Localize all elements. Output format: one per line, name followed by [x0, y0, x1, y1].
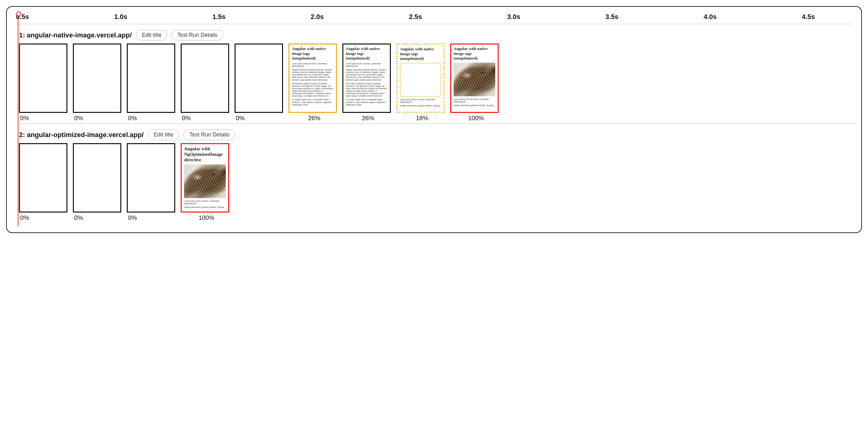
frame-col: Angular with NgOptimizedImage directive …	[181, 143, 231, 221]
frame-col: 0%	[73, 143, 123, 221]
frame-percent: 0%	[20, 115, 29, 122]
axis-tick: 1.5s	[213, 13, 263, 21]
axis-tick: 2.0s	[311, 13, 361, 21]
frame-thumb[interactable]: Angular with NgOptimizedImage directive …	[181, 143, 229, 213]
frame-col: Angular with native image tags (unoptimi…	[288, 44, 339, 122]
thumb-paragraph: Lorem ipsum dolor sit amet, consectetur …	[346, 62, 388, 67]
frame-col: 0%	[181, 44, 231, 122]
thumb-content: Angular with native image tags (unoptimi…	[289, 45, 336, 109]
thumb-content: Angular with NgOptimizedImage directive …	[182, 144, 228, 211]
thumb-paragraph: In congue sapien sem, id vulputate metus…	[346, 98, 388, 106]
frame-percent: 18%	[416, 115, 428, 122]
frame-thumb[interactable]	[19, 44, 67, 113]
thumb-title: Angular with NgOptimizedImage directive	[184, 146, 226, 163]
thumb-title: Angular with native image tags (unoptimi…	[292, 46, 334, 61]
test-run-details-button[interactable]: Test Run Details	[172, 30, 223, 40]
thumb-paragraph: Lorem ipsum dolor sit amet, consectetur …	[184, 200, 226, 205]
frame-thumb[interactable]	[73, 143, 121, 213]
axis-tick: 0.5s	[16, 13, 66, 21]
thumb-paragraph: In congue sapien sem, id vulputate metus…	[292, 98, 334, 106]
image-placeholder	[400, 63, 441, 96]
thumb-paragraph: Integer elementum gravida molestie. Quis…	[454, 104, 495, 107]
frame-percent: 0%	[128, 115, 137, 122]
frame-percent: 100%	[468, 115, 484, 122]
frame-percent: 100%	[198, 214, 214, 221]
frame-percent: 26%	[362, 115, 374, 122]
frame-col: 0%	[73, 44, 123, 122]
edit-title-button[interactable]: Edit title	[148, 130, 179, 140]
thumb-paragraph: Integer elementum gravida molestie. Quis…	[292, 69, 334, 81]
frame-percent: 0%	[128, 214, 137, 221]
frames-row: 0% 0% 0% Angular with NgOptimizedImage d…	[19, 143, 855, 223]
frame-thumb[interactable]	[73, 44, 121, 113]
frame-thumb[interactable]	[235, 44, 283, 113]
frame-col: 0%	[235, 44, 285, 122]
frame-thumb[interactable]: Angular with native image tags (unoptimi…	[396, 44, 445, 113]
thumb-paragraph: Integer elementum gravida molestie. Quis…	[400, 105, 441, 107]
frame-percent: 0%	[74, 115, 83, 122]
frame-thumb[interactable]: Angular with native image tags (unoptimi…	[342, 44, 391, 113]
timeline-axis: 0.5s 1.0s 1.5s 2.0s 2.5s 3.0s 3.5s 4.0s …	[16, 13, 852, 24]
playhead-marker[interactable]	[18, 13, 19, 226]
axis-tick: 4.0s	[704, 13, 754, 21]
thumb-paragraph: Integer elementum gravida molestie. Quis…	[346, 69, 388, 81]
thumb-title: Angular with native image tags (unoptimi…	[400, 47, 441, 61]
thumb-paragraph: Integer elementum gravida molestie. Quis…	[184, 206, 226, 208]
thumb-paragraph: Sed eleifend sapien at neque venenatis h…	[346, 83, 388, 97]
axis-tick: 2.5s	[409, 13, 459, 21]
thumb-paragraph: Lorem ipsum dolor sit amet, consectetur …	[292, 62, 334, 67]
frame-percent: 26%	[308, 115, 320, 122]
thumb-content: Angular with native image tags (unoptimi…	[451, 45, 498, 110]
frame-thumb[interactable]	[181, 44, 229, 113]
thumb-content: Angular with native image tags (unoptimi…	[398, 45, 443, 110]
frame-percent: 0%	[20, 214, 29, 221]
axis-tick: 3.0s	[507, 13, 557, 21]
axis-tick: 4.5s	[802, 13, 852, 21]
frame-col: Angular with native image tags (unoptimi…	[342, 44, 393, 122]
thumb-title: Angular with native image tags (unoptimi…	[454, 46, 495, 61]
frame-percent: 0%	[182, 115, 191, 122]
test-title: 2: angular-optimized-image.vercel.app/	[19, 131, 144, 139]
frame-col: 0%	[19, 44, 69, 122]
frame-thumb[interactable]: Angular with native image tags (unoptimi…	[288, 44, 337, 113]
frame-thumb[interactable]: Angular with native image tags (unoptimi…	[450, 44, 499, 113]
test-run-details-button[interactable]: Test Run Details	[183, 130, 235, 140]
frame-col: 0%	[19, 143, 69, 221]
test-title: 1: angular-native-image.vercel.app/	[19, 31, 132, 39]
frame-col: Angular with native image tags (unoptimi…	[396, 44, 446, 122]
cat-image	[454, 62, 495, 96]
test-row-2: 2: angular-optimized-image.vercel.app/ E…	[19, 130, 855, 223]
axis-tick: 3.5s	[606, 13, 656, 21]
frame-col: 0%	[127, 44, 177, 122]
thumb-paragraph: Sed eleifend sapien at neque venenatis h…	[292, 83, 334, 97]
frame-col: 0%	[127, 143, 177, 221]
frame-percent: 0%	[236, 115, 245, 122]
frame-percent: 0%	[74, 214, 83, 221]
thumb-title: Angular with native image tags (unoptimi…	[346, 46, 388, 61]
test-header: 2: angular-optimized-image.vercel.app/ E…	[19, 130, 855, 140]
thumb-paragraph: Lorem ipsum dolor sit amet, consectetur …	[400, 98, 441, 103]
thumb-content: Angular with native image tags (unoptimi…	[343, 45, 390, 109]
axis-tick: 1.0s	[114, 13, 164, 21]
test-row-1: 1: angular-native-image.vercel.app/ Edit…	[19, 30, 855, 124]
frame-thumb[interactable]	[127, 143, 175, 213]
frames-row: 0% 0% 0% 0% 0% Angular with n	[19, 44, 855, 124]
frame-thumb[interactable]	[19, 143, 67, 213]
frame-col: Angular with native image tags (unoptimi…	[450, 44, 500, 122]
frame-thumb[interactable]	[127, 44, 175, 113]
thumb-paragraph: Lorem ipsum dolor sit amet, consectetur …	[454, 98, 495, 103]
test-header: 1: angular-native-image.vercel.app/ Edit…	[19, 30, 855, 40]
edit-title-button[interactable]: Edit title	[136, 30, 167, 40]
cat-image	[184, 164, 226, 198]
filmstrip-panel: 0.5s 1.0s 1.5s 2.0s 2.5s 3.0s 3.5s 4.0s …	[6, 6, 862, 233]
